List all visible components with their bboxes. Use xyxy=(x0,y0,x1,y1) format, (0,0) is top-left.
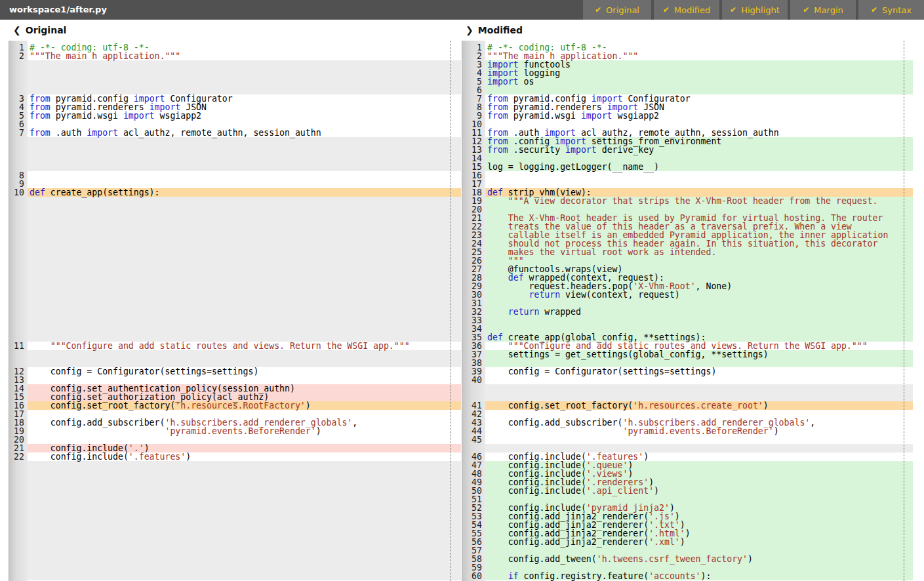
code-line: makes the virtual root work as intended. xyxy=(485,248,913,256)
code-line xyxy=(28,69,461,77)
code-line: return wrapped xyxy=(485,308,913,316)
line-number xyxy=(9,146,28,154)
line-number: 40 xyxy=(462,376,485,384)
code-line xyxy=(28,231,461,239)
original-pane-header: ❮ Original xyxy=(13,20,66,41)
code-line: config.include('.api_client') xyxy=(485,487,913,495)
line-number xyxy=(9,325,28,333)
code-line xyxy=(485,376,913,384)
code-line xyxy=(28,316,461,325)
code-line: from .security import derive_key xyxy=(485,146,913,154)
code-line: settings = get_settings(global_config, *… xyxy=(485,350,913,359)
line-number: 22 xyxy=(9,452,28,461)
code-line xyxy=(485,435,913,444)
code-line xyxy=(28,214,461,222)
column-margin-line xyxy=(904,41,904,581)
modified-code-column: # -*- coding: utf-8 -*-"""The main h app… xyxy=(485,41,913,581)
line-number xyxy=(9,572,28,580)
code-line xyxy=(28,495,461,504)
code-line xyxy=(28,197,461,205)
toggle-highlight-button[interactable]: ✔ Highlight xyxy=(722,0,788,20)
toggle-margin-label: Margin xyxy=(814,5,843,15)
line-number xyxy=(9,504,28,512)
line-number xyxy=(9,197,28,205)
code-line: import logging xyxy=(485,69,913,77)
line-number xyxy=(9,299,28,308)
modified-pane[interactable]: 1234567891011121314151617181920212223242… xyxy=(462,41,913,581)
line-number: 5 xyxy=(9,111,28,120)
line-number xyxy=(9,478,28,487)
code-line: if config.registry.feature('accounts'): xyxy=(485,572,913,580)
code-line: config = Configurator(settings=settings) xyxy=(485,367,913,376)
line-number xyxy=(9,69,28,77)
line-number: 4 xyxy=(9,103,28,111)
line-number xyxy=(462,384,485,393)
chevron-left-icon[interactable]: ❮ xyxy=(13,25,21,35)
code-line xyxy=(485,384,913,393)
code-line xyxy=(28,299,461,308)
code-line xyxy=(28,461,461,470)
code-line: """Configure and add static routes and v… xyxy=(28,342,461,350)
line-number: 60 xyxy=(462,572,485,580)
code-line xyxy=(28,478,461,487)
line-number xyxy=(9,308,28,316)
line-number xyxy=(9,205,28,214)
check-icon: ✔ xyxy=(595,5,601,14)
line-number: 8 xyxy=(9,171,28,180)
code-line xyxy=(28,248,461,256)
line-number xyxy=(9,538,28,546)
code-line xyxy=(28,538,461,546)
line-number: 1 xyxy=(9,43,28,52)
code-line xyxy=(28,60,461,69)
code-line: return view(context, request) xyxy=(485,290,913,299)
code-line: config = Configurator(settings=settings) xyxy=(28,367,461,376)
toggle-syntax-button[interactable]: ✔ Syntax xyxy=(858,0,924,20)
code-line: """The main h application.""" xyxy=(28,52,461,60)
code-line xyxy=(28,137,461,146)
toggle-modified-button[interactable]: ✔ Modified xyxy=(654,0,719,20)
code-line xyxy=(28,239,461,248)
code-line xyxy=(28,290,461,299)
toggle-modified-label: Modified xyxy=(674,5,710,15)
code-line: config.add_jinja2_renderer('.xml') xyxy=(485,538,913,546)
code-line xyxy=(485,171,913,180)
chevron-right-icon[interactable]: ❯ xyxy=(466,25,473,35)
line-number xyxy=(9,512,28,521)
check-icon: ✔ xyxy=(803,5,809,14)
code-line xyxy=(28,308,461,316)
code-line xyxy=(28,487,461,495)
code-line xyxy=(28,282,461,290)
code-line xyxy=(28,563,461,572)
line-number: 3 xyxy=(9,94,28,103)
line-number: 11 xyxy=(9,342,28,350)
line-number xyxy=(9,265,28,273)
code-line: from .auth import acl_authz, remote_auth… xyxy=(28,129,461,137)
code-line xyxy=(28,256,461,265)
code-line: config.include('.features') xyxy=(28,452,461,461)
original-pane[interactable]: 12345678910111213141516171819202122 # -*… xyxy=(9,41,461,581)
line-number xyxy=(9,487,28,495)
line-number xyxy=(9,521,28,529)
code-line xyxy=(28,265,461,273)
code-line: log = logging.getLogger(__name__) xyxy=(485,163,913,171)
toggle-original-button[interactable]: ✔ Original xyxy=(583,0,651,20)
toggle-margin-button[interactable]: ✔ Margin xyxy=(790,0,856,20)
code-line: from pyramid.wsgi import wsgiapp2 xyxy=(485,111,913,120)
column-margin-line xyxy=(451,41,451,581)
line-number: 6 xyxy=(9,120,28,129)
code-line: def create_app(settings): xyxy=(28,188,461,197)
code-line xyxy=(28,146,461,154)
original-pane-title: Original xyxy=(26,25,67,35)
modified-pane-header: ❯ Modified xyxy=(466,20,523,41)
code-line xyxy=(28,572,461,580)
line-number xyxy=(9,470,28,478)
line-number xyxy=(9,222,28,231)
line-number xyxy=(9,350,28,359)
code-line xyxy=(28,154,461,163)
code-line: """A view decorator that strips the X-Vh… xyxy=(485,197,913,205)
line-number xyxy=(9,282,28,290)
modified-pane-title: Modified xyxy=(478,25,523,35)
code-line xyxy=(28,273,461,282)
line-number xyxy=(9,461,28,470)
modified-gutter: 1234567891011121314151617181920212223242… xyxy=(462,41,485,581)
